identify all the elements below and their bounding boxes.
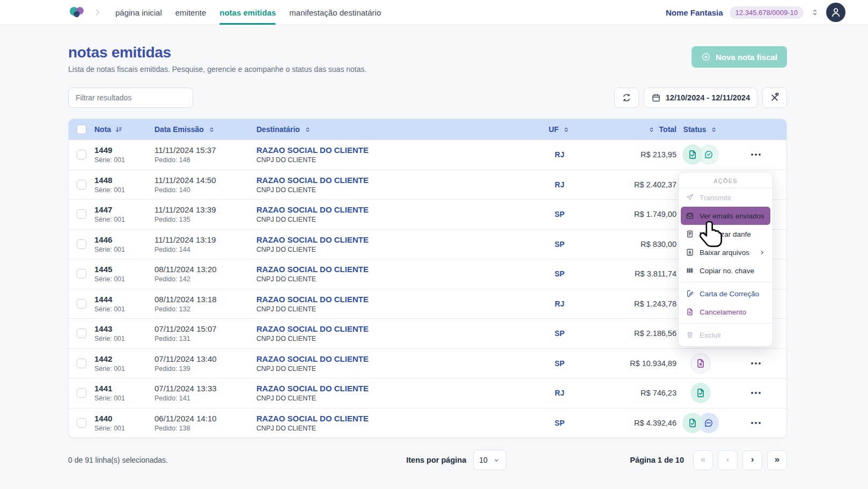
status-authorized-icon[interactable] [682, 144, 703, 165]
destinatario-name[interactable]: RAZAO SOCIAL DO CLIENTE [256, 176, 541, 185]
barcode-icon [686, 266, 694, 275]
row-checkbox[interactable] [77, 269, 86, 279]
row-checkbox[interactable] [77, 388, 86, 398]
row-checkbox[interactable] [77, 299, 86, 309]
menu-item-label: Excluir [700, 331, 722, 339]
destinatario-cnpj: CNPJ DO CLIENTE [256, 246, 541, 253]
destinatario-name[interactable]: RAZAO SOCIAL DO CLIENTE [256, 235, 541, 244]
destinatario-cnpj: CNPJ DO CLIENTE [256, 216, 541, 223]
sort-both-icon[interactable] [208, 126, 216, 134]
prev-page-button: ‹ [718, 450, 738, 470]
doc-edit-icon [686, 289, 694, 298]
table-row: 1440Série: 00106/11/2024 14:10Pedido: 13… [69, 408, 786, 438]
avatar[interactable] [826, 3, 845, 22]
date-range-button[interactable]: 12/10/2024 - 12/11/2024 [644, 87, 757, 108]
destinatario-name[interactable]: RAZAO SOCIAL DO CLIENTE [256, 384, 541, 393]
plus-circle-icon [701, 52, 711, 62]
next-page-button[interactable]: › [742, 450, 762, 470]
destinatario-name[interactable]: RAZAO SOCIAL DO CLIENTE [256, 414, 541, 423]
menu-item-baixar-arquivos[interactable]: Baixar arquivos [681, 243, 770, 261]
cell-uf: RJ [541, 389, 578, 397]
nav-item-emitente[interactable]: emitente [175, 0, 207, 25]
row-checkbox[interactable] [77, 180, 86, 189]
cell-dest: RAZAO SOCIAL DO CLIENTECNPJ DO CLIENTE [256, 145, 541, 164]
destinatario-name[interactable]: RAZAO SOCIAL DO CLIENTE [256, 145, 541, 155]
status-authorized-icon[interactable] [682, 413, 703, 433]
column-header-nota[interactable]: Nota [94, 125, 155, 134]
menu-item-copiar-no.-chave[interactable]: Copiar no. chave [681, 261, 770, 280]
menu-item-cancelamento[interactable]: Cancelamento [681, 303, 770, 321]
cell-dest: RAZAO SOCIAL DO CLIENTECNPJ DO CLIENTE [256, 265, 541, 283]
destinatario-name[interactable]: RAZAO SOCIAL DO CLIENTE [256, 265, 541, 274]
cell-nota: 1440Série: 001 [94, 414, 155, 432]
cell-nota: 1443Série: 001 [94, 324, 155, 342]
sort-desc-icon[interactable] [115, 126, 123, 134]
row-checkbox-cell [69, 359, 94, 368]
destinatario-name[interactable]: RAZAO SOCIAL DO CLIENTE [256, 205, 541, 214]
row-checkbox[interactable] [77, 150, 86, 159]
menu-item-carta-de-correcao[interactable]: Carta de Correção [681, 284, 770, 303]
status-cancelled-icon[interactable] [690, 353, 711, 374]
nav-item-notas-emitidas[interactable]: notas emitidas [219, 0, 276, 25]
destinatario-name[interactable]: RAZAO SOCIAL DO CLIENTE [256, 324, 541, 333]
cell-data: 06/11/2024 14:10Pedido: 138 [155, 414, 256, 432]
cell-nota: 1445Série: 001 [94, 265, 155, 283]
company-cnpj-badge[interactable]: 12.345.678/0009-10 [730, 6, 804, 19]
cell-nota: 1448Série: 001 [94, 176, 155, 194]
menu-item-ver-emails-enviados[interactable]: Ver emails enviados [681, 207, 770, 225]
column-header-destinatario[interactable]: Destinatário [256, 125, 541, 134]
tools-button[interactable] [762, 87, 787, 108]
column-header-data-emissao[interactable]: Data Emissão [155, 125, 256, 134]
row-actions-button[interactable] [745, 147, 767, 163]
trash-icon [686, 331, 694, 339]
column-header-total[interactable]: Total [578, 125, 676, 134]
table-row: 1449Série: 00111/11/2024 15:37Pedido: 14… [69, 140, 786, 170]
sort-both-icon[interactable] [562, 126, 570, 134]
topbar: página inicialemitentenotas emitidasmani… [0, 0, 868, 25]
row-checkbox[interactable] [77, 329, 86, 338]
page-info: Página 1 de 10 [630, 456, 684, 464]
row-actions-button[interactable] [745, 415, 767, 431]
column-header-uf[interactable]: UF [541, 125, 578, 134]
cell-data: 11/11/2024 13:39Pedido: 135 [155, 205, 256, 223]
row-checkbox-cell [69, 180, 94, 189]
row-checkbox[interactable] [77, 418, 86, 428]
items-per-page-select[interactable]: 10 [473, 450, 506, 470]
destinatario-name[interactable]: RAZAO SOCIAL DO CLIENTE [256, 295, 541, 304]
nav-item-manifestacao-destinatario[interactable]: manifestação destinatário [289, 0, 381, 25]
cell-actions [725, 415, 786, 431]
sort-both-icon[interactable] [304, 126, 312, 134]
row-checkbox[interactable] [77, 209, 86, 219]
cell-actions [725, 147, 786, 163]
company-switcher-icon[interactable] [810, 8, 820, 17]
column-header-status[interactable]: Status [676, 125, 725, 134]
column-header-status-label: Status [683, 125, 707, 134]
breadcrumb-chevron-icon [93, 8, 102, 17]
status-authorized-icon[interactable] [690, 383, 711, 403]
menu-item-label: Ver emails enviados [700, 212, 764, 220]
nav-item-pagina-inicial[interactable]: página inicial [115, 0, 162, 25]
items-per-page-label: Itens por página [406, 456, 466, 464]
cell-data: 11/11/2024 15:37Pedido: 146 [155, 145, 256, 164]
row-checkbox[interactable] [77, 239, 86, 249]
select-all-checkbox[interactable] [77, 125, 86, 134]
row-checkbox[interactable] [77, 359, 86, 368]
row-actions-button[interactable] [745, 355, 767, 371]
last-page-button[interactable]: » [767, 450, 787, 470]
menu-item-visualizar-danfe[interactable]: Visualizar danfe [681, 225, 770, 243]
cell-nota: 1444Série: 001 [94, 295, 155, 313]
new-invoice-button[interactable]: Nova nota fiscal [692, 46, 787, 68]
sort-both-icon[interactable] [710, 126, 718, 134]
row-actions-button[interactable] [745, 385, 767, 401]
company-name[interactable]: Nome Fantasia [666, 8, 723, 17]
filter-input[interactable] [68, 87, 193, 108]
sort-both-icon[interactable] [648, 126, 656, 134]
cell-uf: SP [541, 269, 578, 278]
cell-data: 07/11/2024 13:33Pedido: 141 [155, 384, 256, 402]
title-block: notas emitidas Lista de notas fiscais em… [68, 44, 366, 74]
app-logo-icon[interactable] [68, 4, 85, 20]
pedido-number: Pedido: 142 [155, 275, 256, 283]
destinatario-name[interactable]: RAZAO SOCIAL DO CLIENTE [256, 354, 541, 363]
refresh-button[interactable] [614, 87, 639, 108]
cell-nota: 1449Série: 001 [94, 145, 155, 164]
